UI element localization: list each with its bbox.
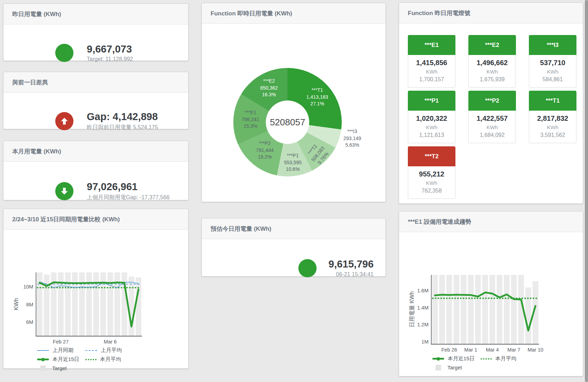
tile-target: 762,358 [408, 187, 455, 194]
card-15day-comparison-chart: 2/24~3/10 近15日同期用電量比較 (KWh) 6M8M10MFeb 2… [3, 209, 189, 369]
tile-body: 1,422,557KWh1,684,092 [468, 111, 516, 143]
panel-header: 預估今日用電量 (KWh) [202, 218, 385, 239]
arrow-down-icon [60, 187, 69, 196]
tile-label: ***P1 [408, 91, 455, 111]
legend-label: 本月平均 [100, 356, 121, 363]
legend-label: 上月同期 [52, 347, 73, 354]
tile-unit: KWh [469, 68, 516, 75]
legend-label: 上月平均 [101, 347, 122, 354]
panel-title: Function 昨日用電燈號 [408, 9, 470, 17]
legend-label: Target [52, 365, 67, 371]
donut-slice-label-P2: ***P2791,44415.2% [256, 140, 274, 161]
svg-text:Feb 26: Feb 26 [441, 347, 457, 353]
stat-value: 97,026,961 [87, 181, 170, 193]
light-tiles-grid: ***E11,415,856KWh1,700,157***E21,496,662… [399, 23, 583, 199]
donut-slice-label-P1: ***P1553,59510.6% [284, 152, 302, 173]
status-circle-green [55, 44, 73, 62]
svg-text:Mar 7: Mar 7 [508, 347, 520, 353]
legend-item[interactable]: 本月近15日 [432, 355, 478, 362]
chart-legend: 上月同期上月平均本月近15日本月平均Target [37, 347, 134, 371]
tile-body: 2,817,832KWh3,591,562 [529, 111, 576, 143]
legend-swatch-box-gray [40, 366, 46, 371]
panel-title: 與前一日差異 [12, 78, 48, 86]
legend-label: Target [447, 364, 462, 370]
legend-item[interactable]: 本月平均 [481, 355, 526, 362]
legend-item[interactable]: 本月近15日 [37, 356, 83, 363]
panel-header: ***E1 設備用電達成趨勢 [399, 211, 583, 232]
chart-legend: 本月近15日本月平均Target [432, 355, 529, 370]
tile-body: 955,212KWh762,358 [408, 166, 455, 199]
donut-slice-label-I3: ***I3293,1495.63% [343, 128, 361, 149]
comparison-chart[interactable]: 6M8M10MFeb 27Mar 6KWh [12, 270, 146, 346]
light-tile-P2: ***P21,422,557KWh1,684,092 [468, 91, 516, 143]
card-day-gap: 與前一日差異 Gap: 4,142,898 昨日與前日用電量 5,524,175 [3, 72, 189, 129]
panel-header: 昨日用電量 (KWh) [3, 4, 188, 25]
light-tile-E1: ***E11,415,856KWh1,700,157 [408, 35, 455, 88]
arrow-up-icon [60, 117, 69, 126]
svg-text:8M: 8M [26, 302, 33, 307]
tile-target: 1,675,939 [469, 76, 516, 83]
legend-item[interactable]: Target [432, 364, 478, 370]
tile-label: ***I3 [529, 35, 576, 55]
status-circle-red [55, 112, 73, 130]
svg-text:Mar 1: Mar 1 [464, 347, 477, 353]
panel-title: 預估今日用電量 (KWh) [211, 225, 271, 233]
donut-slice-label-E1: ***E1798,24115.3% [242, 109, 260, 130]
status-circle-green [55, 182, 73, 200]
tile-value: 2,817,832 [529, 114, 576, 123]
card-realtime-donut: Function 即時日用電量 (KWh) 5208057 ***T11,413… [201, 3, 386, 202]
chart-body: 1M1.2M1.4M1.6MFeb 26Mar 1Mar 4Mar 7Mar 1… [399, 232, 583, 376]
legend-swatch-line-blue [37, 350, 49, 351]
panel-title: ***E1 設備用電達成趨勢 [408, 218, 471, 226]
tile-unit: KWh [408, 68, 455, 75]
card-yesterday-lights: Function 昨日用電燈號 ***E11,415,856KWh1,700,1… [399, 2, 583, 204]
donut-slice-label-T1: ***T11,413,18327.1% [306, 87, 328, 107]
legend-swatch-thick-green [37, 359, 49, 360]
tile-target: 1,700,157 [408, 76, 455, 83]
svg-text:6M: 6M [26, 319, 33, 325]
legend-swatch-thick-green [432, 358, 444, 360]
donut-chart-area: 5208057 ***T11,413,18327.1%***I3293,1495… [202, 24, 385, 202]
legend-swatch-dot-green [481, 358, 492, 360]
stat-value: 9,615,796 [328, 258, 374, 270]
stat-body: 9,615,796 06-21 15:34:41 [202, 239, 385, 297]
tile-label: ***E1 [408, 35, 455, 55]
tile-unit: KWh [529, 124, 576, 131]
tile-label: ***P2 [468, 91, 516, 111]
stat-subtext: 昨日與前日用電量 5,524,175 [87, 124, 158, 131]
stat-value: 9,667,073 [87, 43, 133, 55]
panel-title: 本月用電量 (KWh) [12, 147, 61, 155]
donut-center-total: 5208057 [270, 117, 305, 128]
tile-target: 1,121,613 [408, 132, 455, 139]
tile-value: 1,496,662 [469, 58, 516, 67]
dashboard: 昨日用電量 (KWh) 9,667,073 Target: 11,128,992… [0, 0, 588, 382]
tile-unit: KWh [408, 180, 455, 186]
legend-item[interactable]: Target [37, 365, 83, 371]
card-month-usage: 本月用電量 (KWh) 97,026,961 上個月同期用電Gap: -17,3… [3, 141, 189, 200]
tile-value: 1,415,856 [408, 58, 455, 67]
panel-title: Function 即時日用電量 (KWh) [211, 9, 292, 18]
tile-value: 955,212 [408, 170, 455, 178]
vertical-scrollbar[interactable] [585, 0, 588, 382]
tile-body: 1,020,322KWh1,121,613 [408, 111, 455, 143]
card-estimate-today: 預估今日用電量 (KWh) 9,615,796 06-21 15:34:41 [201, 218, 386, 277]
stat-subtext: Target: 11,128,992 [87, 56, 133, 62]
light-tile-T1: ***T12,817,832KWh3,591,562 [529, 91, 576, 143]
svg-text:Mar 4: Mar 4 [486, 347, 499, 353]
light-tile-T2: ***T2955,212KWh762,358 [408, 146, 455, 199]
svg-text:1.6M: 1.6M [417, 288, 428, 293]
panel-header: Function 即時日用電量 (KWh) [202, 3, 385, 24]
legend-item[interactable]: 上月同期 [37, 347, 83, 354]
legend-item[interactable]: 本月平均 [85, 356, 131, 363]
legend-item[interactable]: 上月平均 [85, 347, 131, 354]
trend-chart[interactable]: 1M1.2M1.4M1.6MFeb 26Mar 1Mar 4Mar 7Mar 1… [406, 273, 543, 354]
donut-slice-label-E2: ***E2850,36216.3% [260, 78, 278, 98]
panel-header: 與前一日差異 [3, 72, 188, 93]
panel-header: 本月用電量 (KWh) [3, 141, 188, 162]
card-yesterday-usage: 昨日用電量 (KWh) 9,667,073 Target: 11,128,992 [3, 4, 189, 61]
tile-body: 1,496,662KWh1,675,939 [468, 55, 516, 88]
stat-subtext: 上個月同期用電Gap: -17,377,566 [87, 194, 170, 201]
panel-header: Function 昨日用電燈號 [399, 3, 583, 23]
svg-text:日用電量 KWh: 日用電量 KWh [409, 291, 415, 327]
tile-target: 3,591,562 [529, 132, 576, 139]
